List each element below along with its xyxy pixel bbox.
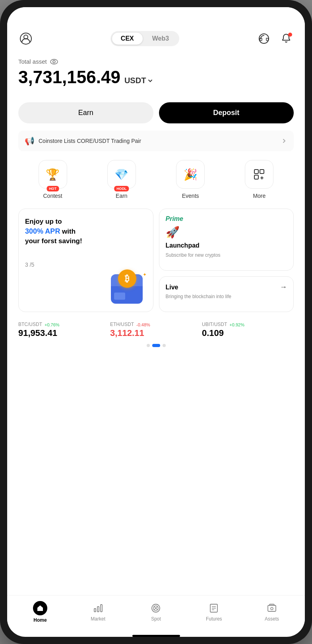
market-item-btc[interactable]: BTC/USDT +0.76% 91,953.41: [18, 322, 110, 338]
spot-icon: [150, 602, 162, 614]
prime-label: Prime: [166, 215, 183, 222]
svg-rect-16: [268, 605, 276, 611]
dot-3: [163, 344, 166, 347]
market-item-eth[interactable]: ETH/USDT -0.48% 3,112.11: [110, 322, 202, 338]
earn-label: Earn: [116, 193, 128, 199]
futures-label: Futures: [206, 616, 222, 622]
quick-action-events[interactable]: 🎉 Events: [156, 160, 225, 199]
profile-button[interactable]: [18, 31, 33, 46]
nav-icons: [256, 31, 294, 46]
hot-badge: HOT: [47, 186, 59, 191]
svg-rect-4: [254, 170, 258, 174]
ubit-change: +0.92%: [229, 322, 244, 327]
futures-icon: [208, 602, 220, 614]
action-buttons: Earn Deposit: [18, 102, 294, 123]
spot-label: Spot: [151, 616, 161, 622]
status-bar: [7, 7, 305, 27]
contest-label: Contest: [43, 193, 62, 199]
nav-spot[interactable]: Spot: [127, 602, 185, 622]
web3-tab[interactable]: Web3: [143, 33, 178, 45]
market-item-ubit[interactable]: UBIT/USDT +0.92% 0.109: [202, 322, 294, 338]
rocket-icon: 🚀: [166, 226, 180, 239]
prime-launchpad-card[interactable]: Prime 🚀 Launchpad Subscribe for new cryp…: [159, 209, 294, 271]
promo-card[interactable]: Enjoy up to 300% APR with your forst sav…: [18, 209, 153, 312]
asset-label: Total asset: [18, 58, 294, 65]
market-row: BTC/USDT +0.76% 91,953.41 ETH/USDT -0.48…: [18, 322, 294, 338]
contest-icon: 🏆 HOT: [39, 160, 67, 189]
dot-2-active: [152, 344, 160, 347]
asset-amount: 3,731,156.49 USDT: [18, 67, 294, 87]
more-label: More: [253, 193, 265, 199]
cards-grid: Enjoy up to 300% APR with your forst sav…: [18, 209, 294, 312]
cex-web3-toggle: CEX Web3: [110, 31, 179, 46]
promo-illustration: ✦ ✦ ₿: [25, 268, 147, 304]
nav-home[interactable]: Home: [11, 601, 69, 623]
market-label: Market: [91, 616, 105, 622]
live-card[interactable]: Live → Bringing the blockchain into life: [159, 276, 294, 312]
support-button[interactable]: [256, 31, 271, 46]
home-indicator: [132, 635, 180, 637]
phone-frame: CEX Web3: [0, 0, 312, 644]
dot-1: [147, 344, 150, 347]
market-section: BTC/USDT +0.76% 91,953.41 ETH/USDT -0.48…: [18, 322, 294, 350]
announcement-banner[interactable]: 📢 Coinstore Lists CORE/USDT Trading Pair: [18, 131, 294, 151]
asset-currency: USDT: [124, 76, 153, 85]
hodl-badge: HODL: [114, 186, 129, 191]
ubit-pair: UBIT/USDT: [202, 322, 227, 327]
quick-action-contest[interactable]: 🏆 HOT Contest: [18, 160, 87, 199]
megaphone-icon: 📢: [25, 136, 35, 146]
events-icon: 🎉: [176, 160, 205, 189]
quick-action-earn[interactable]: 💎 HODL Earn: [87, 160, 156, 199]
live-title: Live: [166, 284, 178, 291]
svg-rect-5: [260, 170, 264, 174]
svg-rect-8: [97, 607, 99, 612]
main-content: Total asset 3,731,156.49 USDT: [7, 52, 305, 595]
assets-label: Assets: [265, 616, 279, 622]
svg-rect-9: [101, 605, 102, 612]
earn-icon: 💎 HODL: [107, 160, 136, 189]
live-subtitle: Bringing the blockchain into life: [166, 294, 287, 300]
promo-line3: your forst saving!: [25, 236, 147, 246]
quick-actions: 🏆 HOT Contest 💎 HODL Earn 🎉: [18, 160, 294, 199]
more-icon: [245, 160, 273, 189]
promo-line2: with: [62, 228, 76, 235]
promo-counter: 3 /5: [25, 262, 147, 268]
bottom-nav: Home Market: [7, 595, 305, 631]
btc-change: +0.76%: [45, 322, 60, 327]
home-icon: [33, 601, 47, 615]
btc-pair: BTC/USDT: [18, 322, 42, 327]
earn-button[interactable]: Earn: [18, 102, 153, 123]
events-label: Events: [182, 193, 199, 199]
market-dots: [18, 341, 294, 350]
nav-market[interactable]: Market: [69, 602, 127, 622]
market-icon: [92, 602, 104, 614]
svg-rect-7: [94, 609, 96, 612]
assets-icon: [266, 602, 278, 614]
svg-rect-6: [254, 175, 258, 179]
notification-dot: [288, 33, 292, 37]
notification-button[interactable]: [279, 31, 294, 46]
launchpad-subtitle: Subscribe for new cryptos: [166, 252, 221, 259]
eth-price: 3,112.11: [110, 328, 202, 338]
top-nav: CEX Web3: [7, 27, 305, 52]
eth-change: -0.48%: [136, 322, 150, 327]
ubit-price: 0.109: [202, 328, 294, 338]
svg-point-17: [271, 607, 273, 610]
quick-action-more[interactable]: More: [225, 160, 294, 199]
home-label: Home: [33, 617, 47, 623]
btc-price: 91,953.41: [18, 328, 110, 338]
launchpad-title: Launchpad: [166, 242, 200, 249]
announcement-text: Coinstore Lists CORE/USDT Trading Pair: [39, 138, 141, 144]
asset-value: 3,731,156.49: [18, 67, 120, 87]
nav-assets[interactable]: Assets: [243, 602, 301, 622]
eth-pair: ETH/USDT: [110, 322, 134, 327]
deposit-button[interactable]: Deposit: [159, 102, 294, 123]
arrow-icon: →: [280, 283, 287, 291]
asset-section: Total asset 3,731,156.49 USDT: [18, 52, 294, 95]
nav-futures[interactable]: Futures: [185, 602, 243, 622]
chevron-right-icon: [281, 138, 287, 144]
promo-highlight: 300% APR: [25, 227, 60, 235]
cex-tab[interactable]: CEX: [112, 33, 143, 45]
phone-screen: CEX Web3: [7, 7, 305, 637]
svg-point-3: [53, 60, 55, 63]
